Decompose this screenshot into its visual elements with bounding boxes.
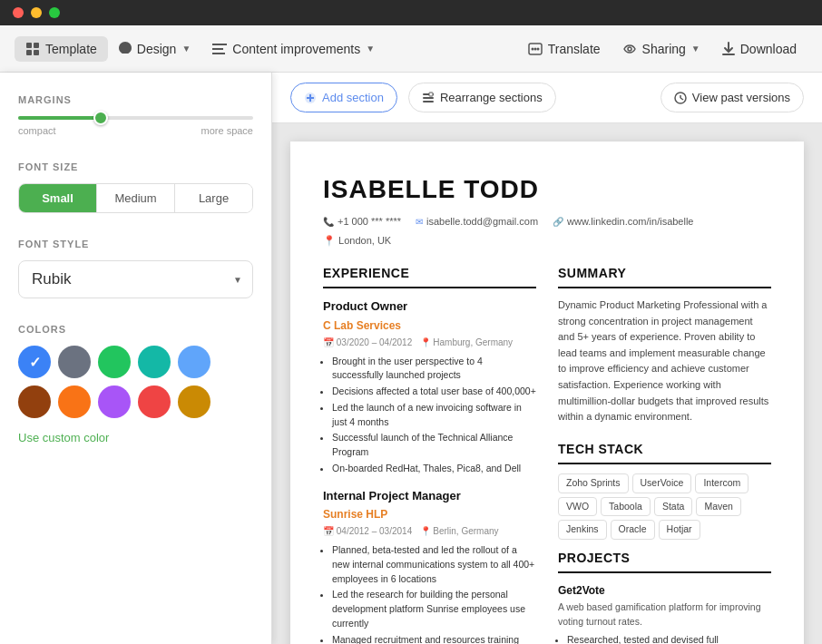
font-style-section: FONT STYLE Rubik bbox=[18, 239, 253, 298]
window-chrome bbox=[0, 0, 822, 25]
minimize-button[interactable] bbox=[31, 7, 42, 18]
job-0-bullet-2: Led the launch of a new invoicing softwa… bbox=[332, 401, 536, 430]
resume-name: ISABELLE TODD bbox=[323, 171, 771, 209]
add-section-button[interactable]: Add section bbox=[290, 83, 397, 112]
email-item: ✉ isabelle.todd@gmail.com bbox=[416, 214, 538, 229]
sharing-label: Sharing bbox=[642, 42, 686, 56]
download-label: Download bbox=[740, 42, 797, 56]
nav-template[interactable]: Template bbox=[15, 36, 108, 62]
email-value: isabelle.todd@gmail.com bbox=[426, 214, 538, 229]
job-1-title: Internal Project Manager bbox=[323, 487, 536, 505]
view-past-label: View past versions bbox=[692, 91, 790, 104]
translate-icon bbox=[528, 43, 543, 55]
color-swatch-orange[interactable] bbox=[58, 385, 91, 418]
template-label: Template bbox=[45, 42, 97, 56]
color-swatch-light-blue[interactable] bbox=[178, 346, 210, 378]
email-icon: ✉ bbox=[416, 215, 423, 229]
project-0: Get2Vote A web based gamification platfo… bbox=[558, 582, 771, 644]
template-icon bbox=[25, 42, 40, 56]
job-0-bullet-1: Decisions affected a total user base of … bbox=[332, 385, 536, 399]
job-1-bullet-1: Led the research for building the person… bbox=[332, 588, 536, 630]
close-button[interactable] bbox=[13, 7, 24, 18]
phone-item: 📞 +1 000 *** **** bbox=[323, 214, 401, 229]
job-0-bullet-4: On-boarded RedHat, Thales, Pica8, and De… bbox=[332, 462, 536, 476]
tech-stack-title: TECH STACK bbox=[558, 440, 771, 464]
job-0-bullets: Brought in the user perspective to 4 suc… bbox=[323, 355, 536, 476]
font-size-section: FONT SIZE Small Medium Large bbox=[18, 161, 253, 213]
font-size-small[interactable]: Small bbox=[19, 184, 97, 212]
color-swatch-purple[interactable] bbox=[98, 385, 131, 418]
svg-rect-19 bbox=[429, 93, 433, 96]
job-0-bullet-3: Successful launch of the Technical Allia… bbox=[332, 431, 536, 460]
phone-icon: 📞 bbox=[323, 215, 334, 229]
nav-design[interactable]: Design ▼ bbox=[108, 36, 202, 62]
job-1: Internal Project Manager Sunrise HLP 📅 0… bbox=[323, 487, 536, 645]
nav-content[interactable]: Content improvements ▼ bbox=[201, 36, 386, 62]
resume-header: ISABELLE TODD 📞 +1 000 *** **** ✉ isabel… bbox=[323, 171, 771, 248]
view-past-button[interactable]: View past versions bbox=[661, 83, 804, 112]
font-size-label: FONT SIZE bbox=[18, 161, 253, 172]
content-label: Content improvements bbox=[232, 42, 360, 56]
color-swatch-brown[interactable] bbox=[18, 385, 51, 418]
color-swatch-gold[interactable] bbox=[178, 385, 210, 418]
svg-point-8 bbox=[531, 47, 533, 50]
project-0-bullet-0: Researched, tested and devised full gami… bbox=[567, 633, 771, 645]
svg-rect-2 bbox=[26, 50, 32, 55]
linkedin-item: 🔗 www.linkedin.com/in/isabelle bbox=[553, 214, 693, 229]
tech-tag: Stata bbox=[654, 497, 693, 517]
custom-color-link[interactable]: Use custom color bbox=[18, 431, 109, 444]
sidebar-panel: MARGINS compact more space FONT SIZE Sma… bbox=[0, 73, 272, 644]
svg-point-11 bbox=[628, 47, 631, 51]
job-1-bullet-0: Planned, beta-tested and led the rollout… bbox=[332, 543, 536, 586]
add-section-label: Add section bbox=[322, 91, 384, 104]
tech-tag: Taboola bbox=[601, 497, 651, 517]
margins-section: MARGINS compact more space bbox=[18, 94, 253, 136]
rearrange-button[interactable]: Rearrange sections bbox=[408, 83, 556, 112]
slider-thumb[interactable] bbox=[93, 111, 108, 125]
job-0-company: C Lab Services bbox=[323, 317, 536, 334]
job-1-company: Sunrise HLP bbox=[323, 506, 536, 522]
job-1-meta: 📅 04/2012 – 03/2014 📍 Berlin, Germany bbox=[323, 524, 536, 538]
maximize-button[interactable] bbox=[49, 7, 60, 18]
job-0-title: Product Owner bbox=[323, 298, 536, 316]
color-swatch-blue[interactable] bbox=[18, 346, 51, 378]
nav-translate[interactable]: Translate bbox=[517, 36, 612, 62]
experience-title: EXPERIENCE bbox=[323, 264, 536, 288]
job-1-bullets: Planned, beta-tested and led the rollout… bbox=[323, 543, 536, 644]
location-icon: 📍 bbox=[323, 235, 336, 246]
sharing-icon bbox=[622, 43, 637, 55]
summary-title: SUMMARY bbox=[558, 264, 771, 288]
svg-line-22 bbox=[680, 98, 683, 100]
color-swatch-green[interactable] bbox=[98, 346, 131, 378]
font-size-large[interactable]: Large bbox=[175, 184, 252, 212]
margins-label: MARGINS bbox=[18, 94, 253, 105]
tech-tag: Oracle bbox=[611, 520, 655, 540]
font-size-medium[interactable]: Medium bbox=[97, 184, 175, 212]
svg-rect-3 bbox=[34, 50, 39, 55]
color-swatch-red[interactable] bbox=[138, 385, 171, 418]
job-1-bullet-2: Managed recruitment and resources traini… bbox=[332, 633, 536, 645]
resume-two-col: EXPERIENCE Product Owner C Lab Services … bbox=[323, 264, 771, 644]
colors-section: COLORS Use custom color bbox=[18, 324, 253, 445]
nav-sharing[interactable]: Sharing ▼ bbox=[612, 36, 711, 62]
download-icon bbox=[722, 42, 735, 56]
color-swatch-teal[interactable] bbox=[138, 346, 171, 378]
margins-slider-track[interactable] bbox=[18, 116, 253, 120]
linkedin-value: www.linkedin.com/in/isabelle bbox=[567, 214, 693, 229]
resume-right-col: SUMMARY Dynamic Product Marketing Profes… bbox=[558, 264, 771, 644]
rearrange-label: Rearrange sections bbox=[440, 91, 543, 104]
job-0-bullet-0: Brought in the user perspective to 4 suc… bbox=[332, 355, 536, 384]
svg-rect-18 bbox=[423, 101, 434, 102]
nav-download[interactable]: Download bbox=[711, 36, 807, 62]
project-0-title: Get2Vote bbox=[558, 582, 771, 599]
linkedin-icon: 🔗 bbox=[553, 215, 563, 229]
tech-tag: Hotjar bbox=[659, 520, 700, 540]
font-select-display[interactable]: Rubik bbox=[18, 260, 253, 298]
projects-title: PROJECTS bbox=[558, 549, 771, 573]
color-swatch-gray[interactable] bbox=[58, 346, 91, 378]
phone-value: +1 000 *** **** bbox=[338, 214, 401, 229]
tech-tag: Maven bbox=[696, 497, 741, 517]
clock-icon bbox=[674, 92, 687, 104]
tech-tag: UserVoice bbox=[632, 473, 692, 493]
toolbar-bar: Add section Rearrange sections View bbox=[272, 73, 822, 123]
